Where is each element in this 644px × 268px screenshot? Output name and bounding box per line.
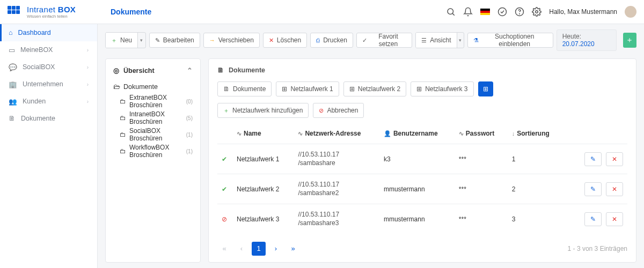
tab-netzlaufwerk-3[interactable]: ⊞Netzlaufwerk 3 — [411, 81, 473, 96]
user-icon: 👤 — [384, 130, 391, 137]
sidebar-item-socialbox[interactable]: 💬SocialBOX› — [0, 58, 97, 76]
delete-row-button[interactable]: ✕ — [606, 182, 623, 196]
col-user[interactable]: Benutzername — [393, 130, 438, 137]
brand-name: Intranet — [27, 5, 55, 14]
tree-item-count: (1) — [186, 132, 193, 138]
page-first[interactable]: « — [217, 242, 231, 256]
tree-item-count: (5) — [186, 115, 193, 121]
collapse-icon[interactable]: ⌃ — [187, 66, 193, 75]
sort-icon: ∿ — [459, 130, 464, 137]
tree-item[interactable]: 🗀WorkflowBOX Broschüren (1) — [120, 144, 193, 159]
chevron-right-icon: › — [87, 99, 89, 105]
status-ok-icon: ✔ — [222, 155, 227, 163]
tab-label: Netzlaufwerk 1 — [290, 85, 333, 93]
people-icon: 👥 — [9, 98, 17, 106]
tree-item[interactable]: 🗀IntranetBOX Broschüren (5) — [120, 110, 193, 125]
avatar[interactable] — [625, 6, 636, 18]
folder-open-icon: 🗁 — [113, 83, 120, 91]
move-button[interactable]: →Verschieben — [203, 33, 260, 48]
check-circle-icon[interactable] — [497, 7, 507, 17]
folder-icon: 🗀 — [120, 147, 126, 155]
overview-panel: ◎ Übersicht ⌃ 🗁 Dokumente 🗀ExtranetBOX B… — [105, 58, 201, 263]
page-title: Dokumente — [111, 8, 151, 16]
tree-item[interactable]: 🗀ExtranetBOX Broschüren (0) — [120, 94, 193, 109]
sidebar-item-unternehmen[interactable]: 🏢Unternehmen› — [0, 76, 97, 93]
chat-icon: 💬 — [9, 63, 17, 71]
gear-icon[interactable] — [532, 7, 541, 17]
page-last[interactable]: » — [286, 242, 300, 256]
col-pass[interactable]: Passwort — [466, 130, 494, 137]
grid-icon: ⊞ — [282, 85, 287, 93]
sidebar-item-label: Kunden — [23, 98, 46, 105]
col-addr[interactable]: Netzwerk-Adresse — [305, 130, 361, 137]
page-prev[interactable]: ‹ — [235, 242, 248, 256]
page-current[interactable]: 1 — [252, 242, 266, 256]
add-button[interactable]: ＋ — [623, 33, 636, 48]
col-name[interactable]: Name — [244, 130, 261, 137]
sidebar: ⌂Dashboard▭MeineBOX›💬SocialBOX›🏢Unterneh… — [0, 24, 98, 268]
svg-point-0 — [448, 9, 453, 14]
brand-logo[interactable]: Intranet BOX Wissen einfach teilen — [8, 5, 98, 19]
edit-row-button[interactable]: ✎ — [584, 212, 602, 226]
sidebar-item-dokumente[interactable]: 🗎Dokumente — [0, 110, 97, 127]
tab-netzlaufwerk-2[interactable]: ⊞Netzlaufwerk 2 — [343, 81, 406, 96]
brand-tag: Wissen einfach teilen — [27, 14, 76, 19]
toolbar: ＋Neu ▾ ✎Bearbeiten →Verschieben ✕Löschen… — [105, 29, 636, 51]
tab-netzlaufwerk-1[interactable]: ⊞Netzlaufwerk 1 — [276, 81, 339, 96]
doc-icon: 🗎 — [223, 85, 230, 93]
tab-grid-view[interactable]: ⊞ — [478, 81, 493, 96]
user-name: Max Mustermann — [567, 8, 617, 16]
delete-button[interactable]: ✕Löschen — [263, 33, 307, 48]
cell-user: mmustermann — [379, 174, 455, 204]
tree-item-label: SocialBOX Broschüren — [129, 127, 183, 142]
favorite-button[interactable]: ✓Favorit setzen — [356, 33, 412, 48]
sidebar-item-kunden[interactable]: 👥Kunden› — [0, 93, 97, 110]
cell-user: k3 — [379, 144, 455, 174]
svg-line-1 — [453, 13, 455, 15]
chevron-right-icon: › — [87, 81, 89, 87]
content-title: Dokumente — [229, 66, 265, 74]
flag-de-icon[interactable] — [480, 9, 490, 15]
status-error-icon: ⊘ — [222, 215, 227, 223]
svg-point-5 — [536, 11, 538, 13]
svg-point-4 — [519, 13, 520, 14]
sidebar-item-meinebox[interactable]: ▭MeineBOX› — [0, 41, 97, 58]
delete-row-button[interactable]: ✕ — [606, 152, 623, 166]
sort-icon: ∿ — [237, 130, 241, 137]
sidebar-item-dashboard[interactable]: ⌂Dashboard — [0, 24, 97, 41]
folder-icon: 🗀 — [120, 131, 126, 138]
cancel-button[interactable]: ⊘Abbrechen — [313, 103, 364, 118]
help-icon[interactable] — [515, 7, 524, 17]
search-icon[interactable] — [446, 7, 456, 17]
tree-item-label: IntranetBOX Broschüren — [129, 110, 183, 125]
greeting: Hallo, Max Mustermann — [549, 8, 617, 16]
box-icon: ▭ — [9, 46, 15, 54]
overview-title: Übersicht — [123, 67, 155, 75]
page-next[interactable]: › — [269, 242, 283, 256]
tab-label: Netzlaufwerk 2 — [358, 85, 400, 93]
view-dropdown[interactable]: ▾ — [457, 33, 464, 48]
delete-row-button[interactable]: ✕ — [606, 212, 623, 226]
edit-row-button[interactable]: ✎ — [584, 152, 602, 166]
view-button[interactable]: ☰Ansicht — [416, 33, 456, 48]
sidebar-item-label: Dashboard — [18, 29, 51, 36]
cell-sort: 2 — [508, 174, 563, 204]
sidebar-item-label: SocialBOX — [23, 63, 55, 71]
add-drive-button[interactable]: ＋Netzlaufwerk hinzufügen — [217, 103, 309, 118]
print-button[interactable]: ⎙Drucken — [310, 33, 353, 48]
drives-table: ∿Name ∿Netzwerk-Adresse 👤Benutzername ∿P… — [217, 125, 627, 234]
new-button[interactable]: ＋Neu — [106, 33, 137, 48]
search-options-button[interactable]: ⚗Suchoptionen einblenden — [467, 33, 553, 48]
tree-item[interactable]: 🗀SocialBOX Broschüren (1) — [120, 127, 193, 142]
cell-pass: *** — [455, 174, 508, 204]
tree-root[interactable]: 🗁 Dokumente — [113, 83, 193, 91]
top-header: Intranet BOX Wissen einfach teilen Dokum… — [0, 0, 644, 24]
edit-button[interactable]: ✎Bearbeiten — [149, 33, 200, 48]
cell-pass: *** — [455, 204, 508, 234]
bell-icon[interactable] — [463, 7, 473, 17]
new-dropdown[interactable]: ▾ — [137, 33, 145, 48]
grid-icon: ⊞ — [349, 85, 355, 93]
tab-dokumente[interactable]: 🗎Dokumente — [217, 81, 272, 96]
edit-row-button[interactable]: ✎ — [584, 182, 602, 196]
col-sort[interactable]: Sortierung — [517, 130, 550, 137]
